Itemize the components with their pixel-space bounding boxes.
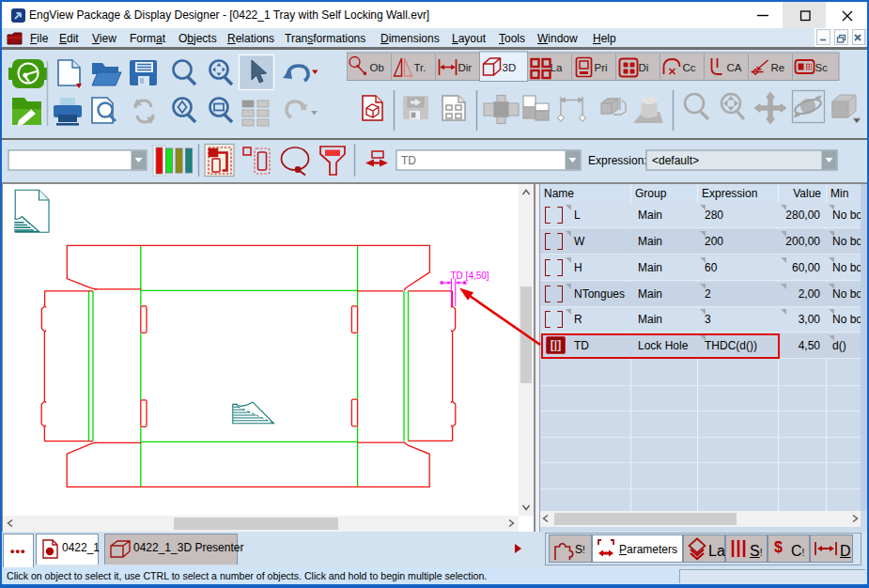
svg-text:Expression:: Expression:: [588, 154, 647, 167]
svg-text:TD [4,50]: TD [4,50]: [451, 271, 489, 281]
svg-text:3D: 3D: [503, 62, 517, 73]
svg-text:CA: CA: [727, 62, 742, 73]
svg-text:Dir: Dir: [458, 62, 473, 73]
svg-text:La: La: [551, 62, 563, 73]
svg-text:TD: TD: [401, 154, 416, 167]
svg-text:Re: Re: [771, 62, 785, 73]
svg-text:<default>: <default>: [652, 154, 699, 167]
svg-text:Di: Di: [639, 62, 649, 73]
svg-text:Tr.: Tr.: [414, 62, 427, 73]
svg-text:Pri: Pri: [595, 62, 608, 73]
svg-text:Sc: Sc: [815, 62, 829, 73]
svg-text:Ob: Ob: [370, 62, 384, 73]
svg-text:Cc: Cc: [683, 62, 696, 73]
